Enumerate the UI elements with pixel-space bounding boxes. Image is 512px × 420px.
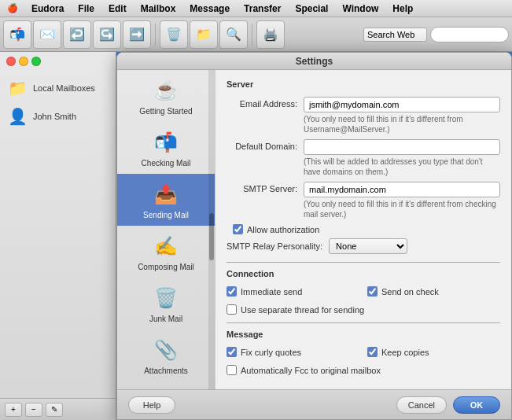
checking-mail-label: Checking Mail xyxy=(142,159,191,168)
smtp-server-hint: (You only need to fill this in if it's d… xyxy=(304,199,500,219)
menubar-file[interactable]: File xyxy=(72,2,101,16)
john-smith-icon: 👤 xyxy=(6,105,28,127)
minimize-button[interactable] xyxy=(19,57,28,66)
menubar-help[interactable]: Help xyxy=(386,2,419,16)
menubar-eudora[interactable]: Eudora xyxy=(25,2,70,16)
composing-mail-label: Composing Mail xyxy=(138,263,194,271)
smtp-server-input[interactable] xyxy=(304,182,500,197)
john-smith-label: John Smith xyxy=(33,112,76,121)
email-address-input[interactable] xyxy=(304,97,500,112)
sending-mail-icon: 📤 xyxy=(152,180,180,208)
menubar-transfer[interactable]: Transfer xyxy=(238,2,287,16)
allow-auth-checkbox[interactable] xyxy=(233,224,243,234)
composing-mail-nav[interactable]: ✍️ Composing Mail xyxy=(117,226,215,278)
attachments-label: Attachments xyxy=(144,367,188,375)
auto-fcc-label: Automatically Fcc to original mailbox xyxy=(241,366,381,375)
forward-button[interactable]: ➡️ xyxy=(123,20,151,49)
sidebar-scrollbar[interactable] xyxy=(208,70,215,389)
server-section-label: Server xyxy=(227,79,500,90)
getting-started-nav[interactable]: ☕ Getting Started xyxy=(117,70,215,122)
checking-mail-nav[interactable]: 📬 Checking Mail xyxy=(117,122,215,174)
message-divider xyxy=(227,322,500,323)
smtp-relay-label: SMTP Relay Personality: xyxy=(227,241,322,251)
send-on-check-row: Send on check xyxy=(367,286,500,297)
settings-dialog: Settings ☕ Getting Started 📬 Checking Ma… xyxy=(116,52,512,420)
default-domain-label: Default Domain: xyxy=(227,139,297,151)
sidebar-scroll-thumb xyxy=(209,213,214,260)
maximize-button[interactable] xyxy=(31,57,41,66)
check-mail-button[interactable]: 📬 xyxy=(3,20,31,49)
apple-icon: 🍎 xyxy=(7,3,18,13)
separate-thread-label: Use separate thread for sending xyxy=(241,305,364,315)
close-button[interactable] xyxy=(6,57,16,66)
default-domain-input[interactable] xyxy=(304,139,500,155)
sending-mail-nav[interactable]: 📤 Sending Mail xyxy=(117,174,215,226)
checking-mail-icon: 📬 xyxy=(152,128,180,157)
smtp-relay-row: SMTP Relay Personality: None xyxy=(227,238,500,254)
footer-left: Help xyxy=(128,396,175,414)
menubar-window[interactable]: Window xyxy=(336,2,385,16)
default-domain-row: Default Domain: (This will be added to a… xyxy=(227,139,500,177)
connection-section-label: Connection xyxy=(227,269,500,280)
fix-curly-quotes-checkbox[interactable] xyxy=(227,347,237,357)
immediate-send-row: Immediate send xyxy=(227,286,359,297)
menubar-edit[interactable]: Edit xyxy=(102,2,133,16)
getting-started-icon: ☕ xyxy=(152,76,180,105)
attachments-nav[interactable]: 📎 Attachments xyxy=(117,330,215,381)
allow-auth-row: Allow authorization xyxy=(233,224,500,234)
junk-mail-label: Junk Mail xyxy=(149,315,182,323)
menubar-mailbox[interactable]: Mailbox xyxy=(134,2,182,16)
reply-button[interactable]: ↩️ xyxy=(63,20,91,49)
compose-button[interactable]: ✉️ xyxy=(33,20,61,49)
default-domain-hint: (This will be added to addresses you typ… xyxy=(304,157,500,177)
main-area: 📁 Local Mailboxes 👤 John Smith + − ✎ Set… xyxy=(0,52,512,420)
add-mailbox-button[interactable]: + xyxy=(5,403,22,417)
settings-sidebar: ☕ Getting Started 📬 Checking Mail 📤 Send… xyxy=(117,70,215,389)
search-container: Search Web xyxy=(363,27,509,42)
search-dropdown[interactable]: Search Web xyxy=(363,28,427,42)
left-panel: 📁 Local Mailboxes 👤 John Smith + − ✎ xyxy=(0,52,116,420)
john-smith-item[interactable]: 👤 John Smith xyxy=(0,102,116,131)
composing-mail-icon: ✍️ xyxy=(152,232,180,260)
smtp-server-field-container: (You only need to fill this in if it's d… xyxy=(304,182,500,219)
connection-checkboxes: Immediate send Send on check xyxy=(227,286,500,300)
reply-all-button[interactable]: ↪️ xyxy=(93,20,121,49)
separate-thread-checkbox[interactable] xyxy=(227,304,237,315)
local-mailboxes-item[interactable]: 📁 Local Mailboxes xyxy=(0,74,116,102)
print-button[interactable]: 🖨️ xyxy=(256,20,285,49)
replying-icon: ↩️ xyxy=(152,388,180,389)
allow-auth-label: Allow authorization xyxy=(247,225,319,234)
send-on-check-checkbox[interactable] xyxy=(367,286,378,297)
menubar-message[interactable]: Message xyxy=(183,2,236,16)
fix-curly-quotes-label: Fix curly quotes xyxy=(241,348,301,357)
smtp-server-label: SMTP Server: xyxy=(227,182,297,193)
settings-content: Server Email Address: (You only need to … xyxy=(215,70,511,389)
junk-mail-nav[interactable]: 🗑️ Junk Mail xyxy=(117,278,215,330)
local-mailboxes-label: Local Mailboxes xyxy=(33,83,95,93)
find-button[interactable]: 🔍 xyxy=(219,20,248,49)
mailbox-list: 📁 Local Mailboxes 👤 John Smith xyxy=(0,71,116,134)
delete-button[interactable]: 🗑️ xyxy=(160,20,188,49)
delete-mailbox-button[interactable]: − xyxy=(25,403,42,417)
mailbox-button[interactable]: 📁 xyxy=(190,20,218,49)
email-address-label: Email Address: xyxy=(227,97,297,109)
ok-button[interactable]: OK xyxy=(453,396,500,414)
mailbox-bottom-bar: + − ✎ xyxy=(0,398,116,420)
email-address-field-container: (You only need to fill this in if it's d… xyxy=(304,97,500,134)
help-button[interactable]: Help xyxy=(128,396,175,414)
keep-copies-checkbox[interactable] xyxy=(367,347,378,357)
replying-nav[interactable]: ↩️ Replying xyxy=(117,381,215,389)
auto-fcc-row: Automatically Fcc to original mailbox xyxy=(227,365,500,375)
email-address-row: Email Address: (You only need to fill th… xyxy=(227,97,500,134)
menubar-special[interactable]: Special xyxy=(289,2,334,16)
fix-curly-quotes-row: Fix curly quotes xyxy=(227,347,359,357)
send-on-check-label: Send on check xyxy=(381,287,439,297)
cancel-button[interactable]: Cancel xyxy=(396,396,447,414)
search-input[interactable] xyxy=(430,27,509,42)
edit-mailbox-button[interactable]: ✎ xyxy=(46,403,63,417)
toolbar-sep-2 xyxy=(252,24,252,46)
apple-menu[interactable]: 🍎 xyxy=(6,2,19,15)
smtp-relay-select[interactable]: None xyxy=(329,238,407,254)
immediate-send-checkbox[interactable] xyxy=(227,286,237,297)
auto-fcc-checkbox[interactable] xyxy=(227,365,237,375)
